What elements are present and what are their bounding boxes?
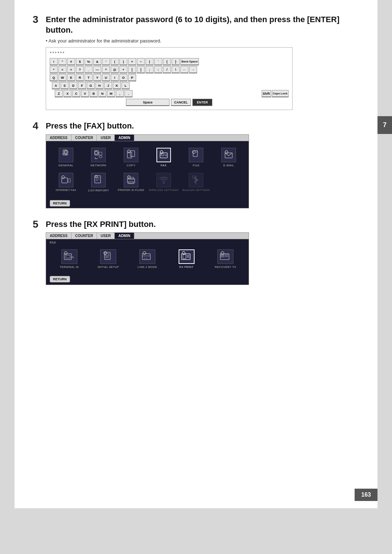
kbd-o[interactable]: O	[119, 74, 127, 81]
icon-general[interactable]: GENERAL	[50, 145, 82, 170]
kbd-m[interactable]: M	[107, 90, 115, 97]
kbd-b[interactable]: B	[90, 90, 98, 97]
kbd-plus[interactable]: +	[119, 66, 127, 73]
kbd-p[interactable]: P	[128, 74, 136, 81]
kbd-c[interactable]: C	[72, 90, 80, 97]
kbd-backspace[interactable]: Back Space	[180, 58, 199, 65]
return-button-2[interactable]: RETURN	[50, 276, 70, 282]
icon-bluetooth[interactable]: Bluetooth SETTINGS	[180, 170, 213, 195]
kbd-e[interactable]: E	[67, 74, 75, 81]
kbd-gt[interactable]: >	[67, 66, 75, 73]
kbd-h[interactable]: H	[95, 82, 103, 89]
kbd-d[interactable]: D	[69, 82, 77, 89]
icon-terminal-id[interactable]: TERMINAL ID	[50, 247, 89, 271]
kbd-n[interactable]: N	[98, 90, 106, 97]
kbd-exclaim[interactable]: !	[50, 58, 58, 65]
kbd-z[interactable]: Z	[55, 90, 63, 97]
icon-list-report[interactable]: LIST/REPORT	[82, 170, 115, 195]
icon-printer[interactable]: PRINTER /E-FILING	[115, 170, 147, 195]
kbd-f[interactable]: F	[78, 82, 86, 89]
kbd-at[interactable]: @	[111, 66, 119, 73]
kbd-slash[interactable]: /	[163, 66, 171, 73]
kbd-quote[interactable]: "	[58, 58, 66, 65]
icon-file[interactable]: FILE	[180, 145, 213, 170]
kbd-t[interactable]: T	[85, 74, 93, 81]
kbd-equals[interactable]: =	[128, 58, 136, 65]
kbd-caret[interactable]: ^	[102, 66, 110, 73]
icon-copy[interactable]: COPY	[115, 145, 147, 170]
kbd-lt[interactable]: <	[58, 66, 66, 73]
kbd-hash[interactable]: #	[67, 58, 75, 65]
kbd-pipe[interactable]: |	[146, 58, 154, 65]
kbd-r[interactable]: R	[76, 74, 84, 81]
icon-fax[interactable]: FAX	[147, 145, 180, 170]
kbd-a[interactable]: A	[52, 82, 60, 89]
kbd-apos[interactable]: '	[102, 58, 110, 65]
kbd-period[interactable]: .	[124, 90, 132, 97]
icon-wireless[interactable]: WIRELESS SETTINGS	[147, 170, 180, 195]
icon-rx-print[interactable]: RX PRINT	[167, 247, 206, 271]
icon-email[interactable]: E-MAIL	[212, 145, 245, 170]
kbd-percent[interactable]: %	[85, 58, 93, 65]
kbd-v[interactable]: V	[81, 90, 89, 97]
kbd-comma[interactable]: ,	[116, 90, 124, 97]
rx-print-icon-img	[179, 249, 195, 264]
kbd-row-2: * < > ? _ — ^ @ + [ ] ; : / \ ← →	[50, 66, 289, 73]
kbd-colon[interactable]: :	[154, 66, 162, 73]
kbd-x[interactable]: X	[64, 90, 72, 97]
kbd-underscore[interactable]: _	[85, 66, 93, 73]
kbd-capslock[interactable]: Caps Lock	[272, 90, 289, 97]
tab-counter-1[interactable]: COUNTER	[72, 135, 97, 141]
kbd-amp[interactable]: &	[93, 58, 101, 65]
kbd-l[interactable]: L	[122, 82, 130, 89]
icon-recovery-tx[interactable]: RECOVERY TX	[206, 247, 245, 271]
kbd-backtick[interactable]: `	[154, 58, 162, 65]
icon-line2-mode[interactable]: LINE-2 MODE	[128, 247, 167, 271]
kbd-dollar[interactable]: $	[76, 58, 84, 65]
printer-label: PRINTER /E-FILING	[118, 189, 144, 191]
kbd-rparen[interactable]: )	[119, 58, 127, 65]
icon-initial-setup[interactable]: INITIAL SETUP	[89, 247, 128, 271]
kbd-right-arrow[interactable]: →	[189, 66, 197, 73]
line2-mode-icon-img	[139, 249, 155, 264]
kbd-g[interactable]: G	[87, 82, 95, 89]
tab-admin-1[interactable]: ADMIN	[115, 135, 134, 141]
kbd-dash[interactable]: —	[93, 66, 101, 73]
kbd-s[interactable]: S	[61, 82, 69, 89]
kbd-lbrace[interactable]: {	[163, 58, 171, 65]
tab-address-2[interactable]: ADDRESS	[46, 233, 72, 239]
kbd-tilde[interactable]: ~	[137, 58, 145, 65]
kbd-backslash[interactable]: \	[172, 66, 180, 73]
tab-user-2[interactable]: USER	[97, 233, 115, 239]
kbd-w[interactable]: W	[58, 74, 66, 81]
svg-rect-29	[128, 177, 134, 179]
kbd-shift[interactable]: Shift	[262, 90, 271, 97]
fax-svg	[158, 149, 170, 161]
kbd-lbracket[interactable]: [	[128, 66, 136, 73]
tab-counter-2[interactable]: COUNTER	[72, 233, 97, 239]
kbd-lparen[interactable]: (	[111, 58, 119, 65]
kbd-enter[interactable]: ENTER	[192, 99, 212, 106]
kbd-left-arrow[interactable]: ←	[180, 66, 188, 73]
kbd-y[interactable]: Y	[93, 74, 101, 81]
kbd-cancel[interactable]: CANCEL	[171, 99, 191, 106]
tab-user-1[interactable]: USER	[97, 135, 115, 141]
tab-admin-2[interactable]: ADMIN	[115, 233, 134, 239]
kbd-rbracket[interactable]: ]	[137, 66, 145, 73]
kbd-k[interactable]: K	[113, 82, 121, 89]
kbd-i[interactable]: I	[111, 74, 119, 81]
kbd-space[interactable]: Space	[126, 99, 170, 106]
kbd-q[interactable]: Q	[50, 74, 58, 81]
kbd-semi[interactable]: ;	[146, 66, 154, 73]
rx-print-label: RX PRINT	[179, 265, 193, 269]
return-button-1[interactable]: RETURN	[50, 200, 70, 207]
svg-rect-8	[127, 152, 132, 158]
tab-address-1[interactable]: ADDRESS	[46, 135, 72, 141]
icon-internet-fax[interactable]: INTERNET FAX	[50, 170, 82, 195]
kbd-rbrace[interactable]: }	[172, 58, 180, 65]
kbd-question[interactable]: ?	[76, 66, 84, 73]
icon-network[interactable]: NETWORK	[82, 145, 115, 170]
kbd-j[interactable]: J	[104, 82, 112, 89]
kbd-u[interactable]: U	[102, 74, 110, 81]
kbd-star[interactable]: *	[50, 66, 58, 73]
